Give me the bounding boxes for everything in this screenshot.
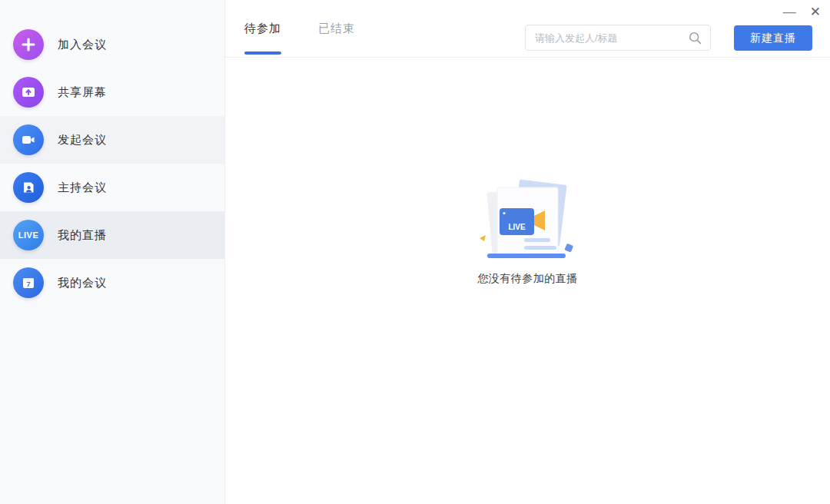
tab-ended[interactable]: 已结束 [318, 0, 355, 57]
video-camera-icon [13, 124, 44, 155]
sidebar-item-start-meeting[interactable]: 发起会议 [0, 116, 224, 164]
empty-state-message: 您没有待参加的直播 [477, 272, 578, 286]
sidebar-item-join-meeting[interactable]: 加入会议 [0, 21, 224, 68]
live-icon-text: LIVE [18, 230, 38, 240]
sidebar-item-label: 主持会议 [58, 181, 107, 195]
new-live-button[interactable]: 新建直播 [734, 25, 812, 51]
topbar: 待参加 已结束 新建直播 [225, 0, 830, 58]
sidebar-item-label: 加入会议 [58, 38, 107, 52]
sidebar-item-label: 我的会议 [58, 276, 107, 290]
empty-state: LIVE 您没有待参加的直播 [225, 177, 830, 286]
sidebar-item-label: 我的直播 [58, 228, 107, 243]
sidebar-item-host-meeting[interactable]: 主持会议 [0, 164, 224, 211]
sidebar-item-label: 共享屏幕 [58, 85, 107, 100]
search-input[interactable] [526, 25, 689, 50]
search-box[interactable] [525, 25, 711, 51]
sidebar-item-my-live[interactable]: LIVE 我的直播 [0, 211, 224, 259]
live-icon: LIVE [13, 220, 44, 250]
app-window: 加入会议 共享屏幕 发起会议 [0, 0, 830, 504]
calendar-icon: 7 [13, 267, 44, 298]
sidebar-item-share-screen[interactable]: 共享屏幕 [0, 68, 224, 116]
main-content: — ✕ 待参加 已结束 新建直播 [225, 0, 830, 504]
plus-icon [13, 29, 44, 60]
illustration-live-badge-text: LIVE [508, 223, 526, 231]
search-icon[interactable] [689, 32, 702, 45]
sidebar-item-my-meetings[interactable]: 7 我的会议 [0, 259, 224, 307]
screen-share-icon [13, 77, 44, 108]
calendar-day-number: 7 [26, 280, 30, 288]
sidebar-item-label: 发起会议 [58, 133, 107, 148]
tab-to-attend[interactable]: 待参加 [244, 0, 281, 57]
host-badge-icon [13, 172, 44, 203]
empty-live-illustration: LIVE [480, 177, 576, 262]
sidebar: 加入会议 共享屏幕 发起会议 [0, 0, 225, 504]
